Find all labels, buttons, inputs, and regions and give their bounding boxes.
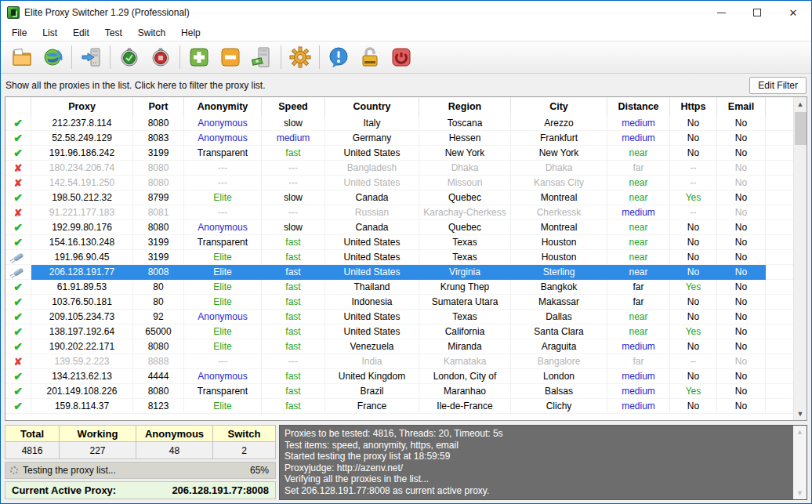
menu-help[interactable]: Help (173, 25, 208, 41)
menu-file[interactable]: File (4, 25, 34, 41)
cell-anonymity: Elite (184, 399, 262, 414)
log-line: Proxyjudge: http://azenv.net/ (285, 462, 789, 474)
settings-button[interactable] (285, 43, 316, 71)
register-button[interactable] (354, 43, 386, 71)
close-button[interactable]: ✕ (775, 1, 811, 24)
cell-port: 8888 (133, 354, 184, 369)
scrollbar-thumb[interactable] (795, 112, 807, 145)
column-country[interactable]: Country (325, 97, 419, 116)
table-row[interactable]: ✘91.221.177.1838081------RussianKarachay… (5, 205, 807, 220)
cell-proxy: 191.96.186.242 (31, 146, 133, 161)
stop-test-button[interactable] (145, 43, 176, 71)
cell-country: Canada (325, 220, 419, 235)
cell-country: France (325, 399, 419, 414)
add-proxy-button[interactable] (183, 43, 215, 71)
maximize-button[interactable] (739, 1, 775, 24)
open-proxy-list-button[interactable] (5, 43, 37, 71)
cell-city: Araguita (511, 339, 607, 354)
menu-edit[interactable]: Edit (65, 25, 97, 41)
cell-proxy: 91.221.177.183 (31, 205, 133, 220)
log-scroll-up-icon[interactable]: ▲ (793, 426, 807, 438)
cell-region: London, City of (419, 369, 511, 384)
status-working-icon: ✔ (5, 325, 31, 339)
log-scrollbar[interactable]: ▲ ▼ (793, 426, 807, 499)
cell-city: Bangalore (511, 354, 607, 369)
cell-country: Italy (325, 116, 419, 131)
cell-speed: fast (262, 325, 325, 339)
cell-proxy: 190.202.22.171 (31, 339, 133, 354)
table-row[interactable]: ✔134.213.62.134444AnonymousfastUnited Ki… (5, 369, 807, 384)
table-row[interactable]: ✔159.8.114.378123ElitefastFranceIle-de-F… (5, 399, 807, 414)
table-row[interactable]: 191.96.90.453199ElitefastUnited StatesTe… (5, 250, 807, 265)
filter-bar: Show all the proxies in the list. Click … (1, 74, 811, 96)
stat-anonymous-label: Anonymous (136, 425, 213, 442)
progress-percent: 65% (250, 465, 269, 476)
column-speed[interactable]: Speed (262, 97, 325, 116)
cell-city: New York (511, 146, 607, 161)
cell-country: United States (325, 250, 419, 265)
table-row[interactable]: ✔192.99.80.1768080AnonymousslowCanadaQue… (5, 220, 807, 235)
cell-proxy: 103.76.50.181 (31, 295, 133, 310)
active-plug-icon (5, 265, 31, 280)
table-row[interactable]: ✔198.50.212.328799EliteslowCanadaQuebecM… (5, 190, 807, 205)
table-row[interactable]: ✔154.16.130.2483199TransparentfastUnited… (5, 235, 807, 250)
cell-country: India (325, 354, 419, 369)
table-row[interactable]: 206.128.191.778008ElitefastUnited States… (5, 265, 807, 280)
table-row[interactable]: ✔191.96.186.2423199TransparentfastUnited… (5, 146, 807, 161)
proxy-table: Proxy Port Anonymity Speed Country Regio… (5, 96, 807, 421)
app-window: Elite Proxy Switcher 1.29 (Professional)… (0, 0, 812, 504)
cell-city: London (511, 369, 607, 384)
filter-status-text[interactable]: Show all the proxies in the list. Click … (5, 80, 749, 91)
cell-distance: near (607, 325, 670, 339)
table-row[interactable]: ✔52.58.249.1298083AnonymousmediumGermany… (5, 131, 807, 146)
table-row[interactable]: ✔103.76.50.18180ElitefastIndonesiaSumate… (5, 295, 807, 310)
download-proxies-button[interactable] (37, 43, 68, 71)
scroll-down-icon[interactable]: ▼ (794, 407, 807, 420)
active-plug-icon (5, 250, 31, 265)
column-city[interactable]: City (511, 97, 607, 116)
menu-test[interactable]: Test (97, 25, 130, 41)
cell-speed: slow (262, 116, 325, 131)
log-line: Started testing the proxy list at 18:59:… (285, 451, 789, 462)
menu-switch[interactable]: Switch (130, 25, 173, 41)
cell-region: California (419, 325, 511, 339)
transfer-proxy-button[interactable] (75, 43, 107, 71)
table-row[interactable]: ✘142.54.191.2508080------United StatesMi… (5, 176, 807, 190)
start-test-button[interactable] (114, 43, 145, 71)
cell-port: 8080 (133, 176, 184, 190)
about-button[interactable] (323, 43, 354, 71)
scroll-up-icon[interactable]: ▲ (794, 97, 807, 111)
column-distance[interactable]: Distance (607, 97, 670, 116)
table-row[interactable]: ✔61.91.89.5380ElitefastThailandKrung The… (5, 280, 807, 295)
cell-https: No (670, 220, 717, 235)
column-proxy[interactable]: Proxy (31, 97, 133, 116)
table-row[interactable]: ✔201.149.108.2268080TransparentfastBrazi… (5, 384, 807, 399)
column-status[interactable] (5, 97, 31, 116)
cell-distance: far (607, 354, 670, 369)
table-row[interactable]: ✔212.237.8.1148080AnonymousslowItalyTosc… (5, 116, 807, 131)
exit-button[interactable] (386, 43, 417, 71)
table-row[interactable]: ✘139.59.2.2238888------IndiaKarnatakaBan… (5, 354, 807, 369)
menu-list[interactable]: List (34, 25, 65, 41)
cell-email: No (717, 235, 766, 250)
table-row[interactable]: ✘180.234.206.748080------BangladeshDhaka… (5, 161, 807, 176)
edit-filter-button[interactable]: Edit Filter (749, 77, 807, 94)
column-https[interactable]: Https (670, 97, 717, 116)
table-row[interactable]: ✔190.202.22.1718080ElitefastVenezuelaMir… (5, 339, 807, 354)
column-region[interactable]: Region (419, 97, 511, 116)
minimize-button[interactable] (703, 1, 739, 24)
cell-speed: fast (262, 280, 325, 295)
column-email[interactable]: Email (717, 97, 766, 116)
column-anonymity[interactable]: Anonymity (184, 97, 262, 116)
cell-country: United States (325, 265, 419, 280)
stat-anonymous-value: 48 (136, 442, 213, 459)
column-port[interactable]: Port (133, 97, 184, 116)
log-scroll-down-icon[interactable]: ▼ (793, 487, 807, 499)
cell-email: No (717, 265, 766, 280)
table-row[interactable]: ✔138.197.192.6465000ElitefastUnited Stat… (5, 325, 807, 339)
delete-proxy-button[interactable] (215, 43, 246, 71)
table-row[interactable]: ✔209.105.234.7392AnonymousfastUnited Sta… (5, 310, 807, 325)
buy-proxy-button[interactable] (246, 43, 277, 71)
table-scrollbar[interactable]: ▲ ▼ (793, 97, 807, 420)
cell-https: No (670, 116, 717, 131)
